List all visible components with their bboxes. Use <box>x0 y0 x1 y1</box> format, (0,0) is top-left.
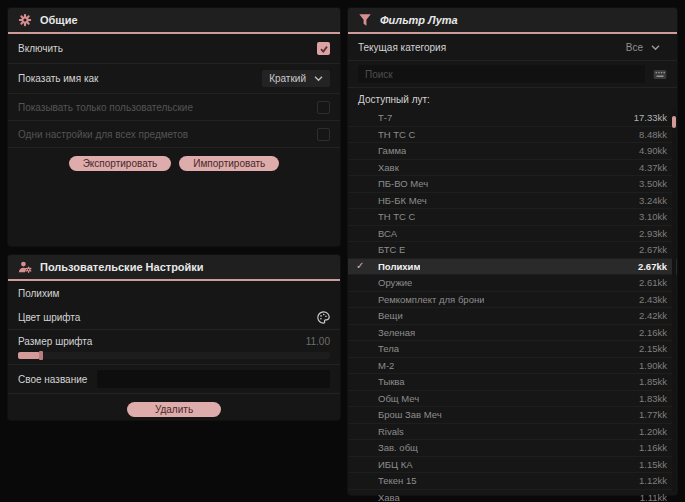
loot-list-scrollbar[interactable] <box>672 108 676 492</box>
loot-item-value: 1.20kk <box>639 426 667 437</box>
loot-row[interactable]: ИБЦ КА1.15kk <box>348 457 677 474</box>
loot-item-value: 4.90kk <box>639 145 667 156</box>
loot-row[interactable]: Rivals1.20kk <box>348 424 677 441</box>
loot-row[interactable]: Вещи2.42kk <box>348 308 677 325</box>
loot-list: Т-717.33kkТН ТС С8.48kkГамма4.90kkХавк4.… <box>348 110 677 502</box>
loot-row[interactable]: Хавк4.37kk <box>348 160 677 177</box>
loot-row[interactable]: Общ Меч1.83kk <box>348 391 677 408</box>
checkmark-icon <box>319 44 329 54</box>
palette-icon[interactable] <box>317 311 330 324</box>
loot-item-value: 1.83kk <box>639 393 667 404</box>
loot-item-name: Тела <box>378 343 399 354</box>
loot-item-name: ТН ТС С <box>378 211 415 222</box>
panel-title: Фильтр Лута <box>380 14 458 26</box>
loot-item-name: Брош Зав Меч <box>378 409 442 420</box>
loot-row[interactable]: Ремкомплект для брони2.43kk <box>348 292 677 309</box>
loot-row[interactable]: ПБ-ВО Меч3.50kk <box>348 176 677 193</box>
loot-row[interactable]: ✓Полихим2.67kk <box>348 259 677 276</box>
loot-item-value: 8.48kk <box>639 129 667 140</box>
loot-item-name: ТН ТС С <box>378 129 415 140</box>
export-import-row: Экспортировать Импортировать <box>8 148 340 178</box>
loot-row[interactable]: Т-717.33kk <box>348 110 677 127</box>
loot-item-name: Текен 15 <box>378 475 417 486</box>
loot-item-value: 3.24kk <box>639 195 667 206</box>
loot-item-value: 17.33kk <box>634 112 667 123</box>
keyboard-icon[interactable] <box>653 69 667 80</box>
category-value: Все <box>626 42 643 53</box>
loot-item-value: 1.77kk <box>639 409 667 420</box>
same-settings-row: Одни настройки для всех предметов <box>8 121 340 148</box>
custom-name-row: Свое название <box>8 365 340 394</box>
loot-item-name: Зав. общ <box>378 442 418 453</box>
loot-item-name: ПБ-ВО Меч <box>378 178 428 189</box>
custom-name-input[interactable] <box>97 370 330 388</box>
loot-item-value: 2.16kk <box>639 327 667 338</box>
loot-item-name: Оружие <box>378 277 412 288</box>
loot-row[interactable]: ТН ТС С3.10kk <box>348 209 677 226</box>
loot-item-value: 3.50kk <box>639 178 667 189</box>
font-size-slider[interactable] <box>18 352 330 359</box>
search-input[interactable] <box>358 65 645 83</box>
scrollbar-thumb[interactable] <box>672 116 676 128</box>
font-color-label: Цвет шрифта <box>18 312 80 323</box>
item-name-row: Полихим <box>8 281 340 305</box>
search-row <box>348 61 677 88</box>
loot-item-value: 1.11kk <box>640 492 667 502</box>
general-settings-panel: Общие Включить Показать имя как Краткий … <box>8 8 340 246</box>
loot-item-name: Гамма <box>378 145 406 156</box>
panel-title: Общие <box>40 14 78 26</box>
item-name-label: Полихим <box>18 288 59 299</box>
loot-row[interactable]: Оружие2.61kk <box>348 275 677 292</box>
loot-item-name: Ремкомплект для брони <box>378 294 484 305</box>
font-size-slider-row <box>8 350 340 365</box>
loot-row[interactable]: М-21.90kk <box>348 358 677 375</box>
import-button[interactable]: Импортировать <box>179 156 279 171</box>
custom-settings-panel: Пользовательские Настройки Полихим Цвет … <box>8 255 340 420</box>
loot-item-value: 3.10kk <box>639 211 667 222</box>
loot-row[interactable]: БТС Е2.67kk <box>348 242 677 259</box>
delete-button[interactable]: Удалить <box>127 402 221 417</box>
category-dropdown[interactable]: Все <box>619 39 667 56</box>
loot-item-value: 1.16kk <box>639 442 667 453</box>
loot-row[interactable]: ВСА2.93kk <box>348 226 677 243</box>
funnel-icon <box>358 13 372 27</box>
show-name-row: Показать имя как Краткий <box>8 64 340 94</box>
loot-item-name: Тыква <box>378 376 405 387</box>
enable-checkbox[interactable] <box>317 42 330 55</box>
panel-title: Пользовательские Настройки <box>40 261 204 273</box>
loot-item-name: БТС Е <box>378 244 405 255</box>
same-settings-label: Одни настройки для всех предметов <box>18 129 188 140</box>
loot-row[interactable]: Тела2.15kk <box>348 341 677 358</box>
loot-row[interactable]: ТН ТС С8.48kk <box>348 127 677 144</box>
loot-row[interactable]: Текен 151.12kk <box>348 473 677 490</box>
loot-row[interactable]: Зав. общ1.16kk <box>348 440 677 457</box>
loot-item-value: 2.93kk <box>639 228 667 239</box>
slider-handle[interactable] <box>39 351 43 360</box>
loot-row[interactable]: Гамма4.90kk <box>348 143 677 160</box>
chevron-down-icon <box>314 75 323 82</box>
chevron-down-icon <box>651 44 660 51</box>
loot-row[interactable]: НБ-БК Меч3.24kk <box>348 193 677 210</box>
loot-row[interactable]: Хава1.11kk <box>348 490 677 502</box>
loot-item-value: 2.43kk <box>639 294 667 305</box>
category-row: Текущая категория Все <box>348 34 677 61</box>
list-header-row: Доступный лут: <box>348 88 677 110</box>
enable-label: Включить <box>18 43 63 54</box>
font-color-row: Цвет шрифта <box>8 305 340 330</box>
selected-check-icon: ✓ <box>356 260 364 271</box>
loot-row[interactable]: Брош Зав Меч1.77kk <box>348 407 677 424</box>
filter-panel-header: Фильтр Лута <box>348 8 677 34</box>
export-button[interactable]: Экспортировать <box>69 156 172 171</box>
loot-filter-panel: Фильтр Лута Текущая категория Все Доступ… <box>348 8 677 495</box>
same-settings-checkbox <box>317 128 330 141</box>
loot-item-name: ИБЦ КА <box>378 459 413 470</box>
custom-name-label: Свое название <box>18 374 87 385</box>
slider-fill <box>18 352 40 359</box>
show-name-value: Краткий <box>269 73 306 84</box>
loot-row[interactable]: Тыква1.85kk <box>348 374 677 391</box>
show-name-dropdown[interactable]: Краткий <box>262 70 330 87</box>
loot-row[interactable]: Зеленая2.16kk <box>348 325 677 342</box>
font-size-label: Размер шрифта <box>18 336 92 347</box>
loot-item-name: Хавк <box>378 162 399 173</box>
loot-item-name: Вещи <box>378 310 403 321</box>
